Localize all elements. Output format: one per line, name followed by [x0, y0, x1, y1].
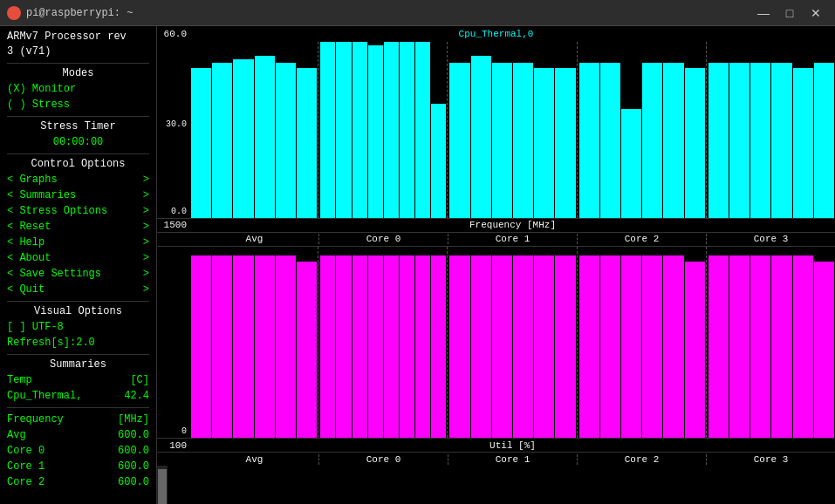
util-bar [729, 255, 749, 438]
util-core2-group [578, 247, 707, 439]
util-col-core1: Core 1 [448, 454, 578, 465]
main-container: ARMv7 Processor rev 3 (v71) Modes (X) Mo… [0, 26, 835, 504]
freq-bar [352, 42, 367, 218]
util-col-avg: Avg [190, 454, 319, 465]
freq-bar [320, 42, 335, 218]
freq-graph-body: 30.0 0.0 [157, 42, 835, 218]
freq-bar [579, 63, 599, 217]
core1-label: Core 1 [7, 459, 44, 474]
util-col-core0: Core 0 [319, 454, 448, 465]
util-bar [793, 255, 813, 438]
freq-y-val: 1500 [157, 220, 190, 230]
util-bar [534, 255, 554, 438]
util-section: 0 [157, 247, 835, 467]
summaries-title: Summaries [7, 358, 149, 371]
util-bar [750, 255, 770, 438]
menu-about-arrow: > [143, 250, 149, 266]
stress-timer-value: 00:00:00 [7, 134, 149, 150]
freq-col-core3: Core 3 [707, 234, 835, 244]
menu-stress-options[interactable]: < Stress Options > [7, 203, 149, 219]
freq-y-30: 30.0 [166, 119, 187, 129]
menu-graphs[interactable]: < Graphs > [7, 172, 149, 187]
freq-bar [212, 63, 232, 217]
minimize-button[interactable]: — [751, 2, 776, 24]
menu-save-settings[interactable]: < Save Settings > [7, 266, 149, 282]
menu-about[interactable]: < About > [7, 250, 149, 266]
util-bar [368, 255, 383, 438]
util-bar [600, 255, 620, 438]
freq-bar [621, 109, 641, 218]
menu-reset-label: < Reset [7, 219, 51, 235]
freq-bar [729, 63, 749, 217]
menu-summaries-label: < Summaries [7, 187, 76, 203]
menu-reset[interactable]: < Reset > [7, 219, 149, 235]
freq-bar [642, 63, 662, 217]
maximize-button[interactable]: □ [777, 2, 802, 24]
charts-area: 60.0 Cpu_Thermal,0 30.0 0.0 [157, 26, 835, 466]
util-y-val: 100 [157, 440, 190, 451]
freq-bar [297, 68, 317, 217]
freq-y-axis: 30.0 0.0 [157, 42, 190, 218]
core2-value: 600.0 [118, 474, 149, 490]
divider-5 [7, 354, 149, 355]
close-button[interactable]: ✕ [804, 2, 828, 24]
menu-help[interactable]: < Help > [7, 235, 149, 250]
divider-1 [7, 63, 149, 64]
divider-4 [7, 301, 149, 302]
freq-bar [415, 42, 430, 218]
scrollbar[interactable] [157, 466, 168, 504]
temp-unit: [C] [130, 372, 149, 388]
core0-label: Core 0 [7, 443, 44, 459]
util-label-section: 100 Util [%] [157, 438, 835, 452]
modes-title: Modes [7, 67, 149, 79]
menu-summaries-arrow: > [143, 187, 149, 203]
utf8-option[interactable]: [ ] UTF-8 [7, 319, 149, 335]
util-section-title: Util [%] [190, 440, 835, 451]
divider-2 [7, 116, 149, 117]
freq-section-title: Frequency [MHz] [190, 220, 835, 230]
menu-quit-label: < Quit [7, 282, 44, 297]
util-bar [415, 255, 430, 438]
freq-bar [663, 63, 683, 217]
util-col-core2: Core 2 [578, 454, 707, 465]
menu-help-label: < Help [7, 235, 44, 250]
menu-summaries[interactable]: < Summaries > [7, 187, 149, 203]
util-bar [276, 255, 296, 438]
avg-value: 600.0 [118, 427, 149, 443]
freq-bar [368, 45, 383, 217]
util-bar [297, 262, 317, 438]
menu-stress-arrow: > [143, 203, 149, 219]
util-avg-group [190, 247, 318, 439]
core1-row: Core 1 600.0 [7, 459, 149, 474]
freq-bar [750, 63, 770, 217]
freq-y-0: 0.0 [171, 207, 187, 216]
freq-chart-title: Cpu_Thermal,0 [459, 29, 534, 39]
titlebar-controls: — □ ✕ [751, 2, 828, 24]
util-bar [400, 255, 414, 438]
freq-bar [276, 63, 296, 217]
frequency-row: Frequency [MHz] [7, 412, 149, 427]
freq-core3-group [708, 42, 835, 218]
util-bar [449, 255, 469, 438]
freq-bar [233, 59, 253, 217]
menu-quit[interactable]: < Quit > [7, 282, 149, 297]
freq-bar [191, 68, 211, 217]
core2-row: Core 2 600.0 [7, 474, 149, 490]
stress-option[interactable]: ( ) Stress [7, 97, 149, 112]
monitor-option[interactable]: (X) Monitor [7, 81, 149, 97]
menu-reset-arrow: > [143, 219, 149, 235]
scrollbar-thumb[interactable] [158, 469, 167, 504]
frequency-unit: [MHz] [118, 412, 149, 427]
util-bar [492, 255, 512, 438]
freq-label-section: 1500 Frequency [MHz] [157, 218, 835, 232]
sidebar: ARMv7 Processor rev 3 (v71) Modes (X) Mo… [0, 26, 157, 504]
util-bar [384, 255, 399, 438]
util-bar [233, 255, 253, 438]
freq-y-top-label: 60.0 [157, 29, 190, 39]
freq-title-row: 60.0 Cpu_Thermal,0 [157, 26, 835, 42]
titlebar: pi@raspberrypi: ~ — □ ✕ [0, 0, 835, 26]
freq-col-avg: Avg [190, 234, 319, 244]
menu-quit-arrow: > [143, 282, 149, 297]
util-bar [663, 255, 683, 438]
titlebar-left: pi@raspberrypi: ~ [7, 6, 133, 20]
